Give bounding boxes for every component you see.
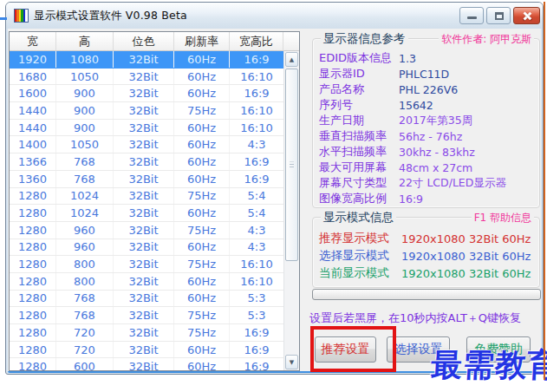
column-header[interactable]: 位色 bbox=[114, 32, 174, 51]
mode-label: 选择显示模式 bbox=[319, 248, 401, 264]
info-item: 图像宽高比例16:9 bbox=[319, 191, 536, 206]
mode-value: 1920x1080 32Bit 60Hz bbox=[401, 232, 536, 245]
display-mode-title: 显示模式信息 bbox=[321, 210, 396, 225]
table-cell: 60Hz bbox=[174, 171, 230, 187]
table-cell: 16:10 bbox=[230, 273, 283, 290]
table-cell: 60Hz bbox=[174, 342, 230, 358]
table-row[interactable]: 144090032Bit75Hz16:10 bbox=[10, 102, 283, 120]
table-cell: 16:9 bbox=[230, 324, 283, 341]
monitor-info-group: 显示器信息参考 软件作者: 阿甲克斯 EDID版本信息1.3显示器IDPHLC1… bbox=[312, 38, 540, 208]
table-cell: 32Bit bbox=[114, 291, 174, 307]
table-cell: 600 bbox=[56, 358, 114, 370]
table-cell: 75Hz bbox=[174, 102, 230, 119]
info-item: 产品名称PHL 226V6 bbox=[319, 82, 536, 97]
table-row[interactable]: 160090032Bit60Hz16:9 bbox=[10, 85, 283, 102]
screenshot-canvas: 显示模式设置软件 V0.98 Beta 宽高位色刷新率宽高比 192010803… bbox=[0, 0, 547, 392]
table-cell: 1280 bbox=[10, 188, 56, 205]
column-header[interactable]: 宽高比 bbox=[230, 32, 283, 51]
table-cell: 1280 bbox=[10, 291, 56, 307]
table-row[interactable]: 1400105032Bit60Hz4:3 bbox=[10, 136, 283, 154]
info-value: 1.3 bbox=[399, 52, 536, 65]
scroll-down-button[interactable]: ▼ bbox=[285, 355, 298, 369]
scrollbar-thumb[interactable] bbox=[285, 69, 298, 261]
minimize-button[interactable] bbox=[459, 7, 484, 24]
maximize-button[interactable] bbox=[486, 7, 511, 24]
table-row[interactable]: 128072032Bit60Hz16:9 bbox=[10, 342, 283, 359]
table-cell: 32Bit bbox=[114, 205, 174, 221]
mode-item: 推荐显示模式1920x1080 32Bit 60Hz bbox=[319, 230, 536, 247]
table-row[interactable]: 128096032Bit60Hz4:3 bbox=[10, 239, 283, 257]
table-row[interactable]: 136676832Bit60Hz16:9 bbox=[10, 154, 283, 171]
mode-label: 推荐显示模式 bbox=[319, 231, 401, 246]
info-label: 图像宽高比例 bbox=[319, 191, 399, 206]
table-row[interactable]: 136076832Bit60Hz16:9 bbox=[10, 171, 283, 188]
table-row[interactable]: 1280102432Bit60Hz5:4 bbox=[10, 205, 283, 222]
info-value: PHL 226V6 bbox=[399, 83, 536, 96]
column-header[interactable]: 刷新率 bbox=[174, 32, 230, 51]
table-cell: 768 bbox=[56, 171, 114, 187]
table-cell: 900 bbox=[56, 120, 114, 136]
table-row[interactable]: 128072032Bit75Hz16:9 bbox=[10, 324, 283, 342]
column-header[interactable]: 宽 bbox=[10, 32, 56, 51]
table-row[interactable]: 128060032Bit60Hz16:9 bbox=[10, 358, 283, 370]
info-label: 产品名称 bbox=[319, 82, 399, 97]
up-arrow-icon: ▲ bbox=[290, 56, 294, 63]
table-cell: 1366 bbox=[10, 154, 56, 170]
maximize-icon bbox=[495, 12, 504, 20]
info-label: 水平扫描频率 bbox=[319, 144, 399, 160]
table-cell: 1280 bbox=[10, 205, 56, 221]
window-title: 显示模式设置软件 V0.98 Beta bbox=[34, 9, 187, 23]
watermark-text: 最需教育 bbox=[430, 344, 547, 387]
table-cell: 16:9 bbox=[230, 51, 283, 68]
table-cell: 32Bit bbox=[114, 154, 174, 170]
table-cell: 16:9 bbox=[230, 85, 283, 101]
table-cell: 16:10 bbox=[230, 120, 283, 136]
table-cell: 1360 bbox=[10, 171, 56, 187]
table-cell: 1280 bbox=[10, 358, 56, 370]
title-bar[interactable]: 显示模式设置软件 V0.98 Beta bbox=[6, 3, 543, 29]
table-cell: 32Bit bbox=[114, 222, 174, 238]
table-row[interactable]: 128096032Bit75Hz4:3 bbox=[10, 222, 283, 239]
table-cell: 60Hz bbox=[174, 136, 230, 153]
vertical-scrollbar[interactable]: ▲ ▼ bbox=[283, 51, 299, 370]
table-cell: 960 bbox=[56, 222, 114, 238]
scroll-up-button[interactable]: ▲ bbox=[285, 52, 298, 67]
table-cell: 60Hz bbox=[174, 291, 230, 307]
table-cell: 1050 bbox=[56, 136, 114, 153]
table-cell: 60Hz bbox=[174, 120, 230, 136]
table-cell: 32Bit bbox=[114, 85, 174, 101]
table-cell: 60Hz bbox=[174, 358, 230, 370]
table-row[interactable]: 128076832Bit75Hz5:3 bbox=[10, 307, 283, 324]
author-note: 软件作者: 阿甲克斯 bbox=[439, 32, 534, 47]
table-cell: 32Bit bbox=[114, 69, 174, 85]
display-mode-group: 显示模式信息 F1 帮助信息 推荐显示模式1920x1080 32Bit 60H… bbox=[312, 217, 540, 288]
info-list: EDID版本信息1.3显示器IDPHLC11D产品名称PHL 226V6序列号1… bbox=[319, 50, 536, 206]
table-cell: 1024 bbox=[56, 205, 114, 221]
table-row[interactable]: 128080032Bit60Hz16:10 bbox=[10, 273, 283, 291]
annotation-highlight-rect bbox=[310, 326, 396, 372]
table-row[interactable]: 144090032Bit60Hz16:10 bbox=[10, 120, 283, 137]
table-row[interactable]: 1280102432Bit75Hz5:4 bbox=[10, 188, 283, 206]
mode-item: 当前显示模式1920x1080 32Bit 60Hz bbox=[319, 265, 536, 282]
table-cell: 60Hz bbox=[174, 273, 230, 290]
table-cell: 60Hz bbox=[174, 85, 230, 101]
close-button[interactable] bbox=[513, 7, 540, 24]
table-cell: 1280 bbox=[10, 324, 56, 341]
table-row[interactable]: 128076832Bit60Hz5:3 bbox=[10, 291, 283, 308]
table-row[interactable]: 1680105032Bit60Hz16:10 bbox=[10, 69, 283, 86]
close-icon bbox=[514, 8, 539, 23]
help-note: F1 帮助信息 bbox=[472, 211, 534, 225]
table-cell: 960 bbox=[56, 239, 114, 256]
column-header[interactable]: 高 bbox=[56, 32, 114, 51]
table-cell: 5:3 bbox=[230, 307, 283, 323]
table-cell: 4:3 bbox=[230, 239, 283, 256]
header-filler bbox=[283, 32, 299, 51]
table-row[interactable]: 1920108032Bit60Hz16:9 bbox=[10, 51, 283, 69]
minimize-icon bbox=[467, 16, 477, 19]
mode-item: 选择显示模式1920x1080 32Bit 60Hz bbox=[319, 247, 536, 265]
table-cell: 16:10 bbox=[230, 69, 283, 85]
info-label: 显示器ID bbox=[319, 66, 399, 82]
table-cell: 32Bit bbox=[114, 188, 174, 205]
table-cell: 32Bit bbox=[114, 307, 174, 323]
table-row[interactable]: 128080032Bit75Hz16:10 bbox=[10, 256, 283, 273]
